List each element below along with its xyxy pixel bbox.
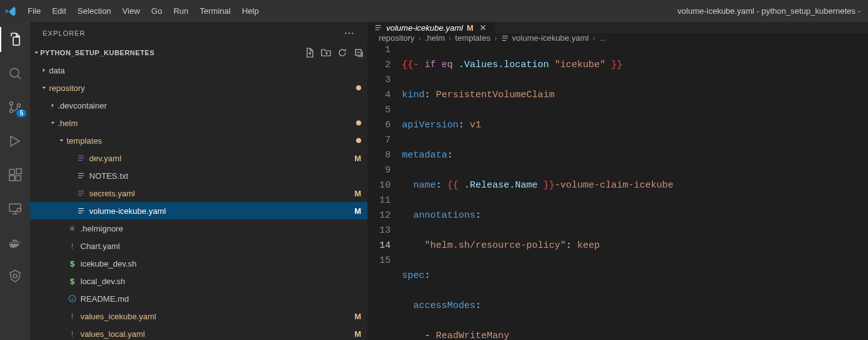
- svg-point-3: [18, 104, 21, 107]
- ignore-file-icon: [67, 224, 78, 233]
- svg-point-9: [17, 208, 21, 212]
- yaml-file-icon: [75, 189, 87, 198]
- chevron-down-icon: [39, 84, 49, 92]
- tree-file-chart-yaml[interactable]: ! Chart.yaml: [30, 237, 367, 255]
- tree-label: NOTES.txt: [89, 171, 361, 181]
- menu-run[interactable]: Run: [168, 4, 193, 18]
- tree-label: README.md: [80, 294, 361, 304]
- more-icon[interactable]: ⋯: [344, 27, 355, 39]
- tree-label: values_icekube.yaml: [80, 312, 350, 321]
- tree-label: Chart.yaml: [80, 242, 361, 251]
- tree-label: local_dev.sh: [80, 277, 361, 286]
- git-status: M: [354, 154, 361, 163]
- chevron-down-icon: [33, 49, 40, 56]
- menu-view[interactable]: View: [117, 4, 145, 18]
- tab-status: M: [467, 23, 474, 33]
- explorer-icon[interactable]: [0, 27, 30, 52]
- run-debug-icon[interactable]: [0, 129, 30, 154]
- modified-dot-icon: [356, 120, 361, 125]
- breadcrumbs[interactable]: repository › .helm › templates › volume-…: [367, 33, 868, 43]
- yaml-file-icon: !: [67, 312, 78, 321]
- breadcrumb-repository[interactable]: repository: [379, 33, 415, 43]
- chevron-down-icon: [57, 137, 67, 144]
- chevron-right-icon: ›: [418, 33, 421, 43]
- search-icon[interactable]: [0, 61, 30, 86]
- tree-label: volume-icekube.yaml: [89, 206, 350, 216]
- code-content[interactable]: {{- if eq .Values.location "icekube" }} …: [402, 43, 868, 340]
- menu-terminal[interactable]: Terminal: [195, 4, 236, 18]
- tree-label: icekube_dev.sh: [80, 259, 361, 268]
- remote-explorer-icon[interactable]: [0, 196, 30, 221]
- chevron-right-icon: ›: [494, 33, 497, 43]
- info-file-icon: [67, 294, 78, 303]
- shell-file-icon: $: [67, 277, 78, 286]
- tree-label: values_local.yaml: [80, 329, 350, 339]
- tab-label: volume-icekube.yaml: [386, 23, 463, 33]
- docker-icon[interactable]: [0, 230, 30, 255]
- chevron-right-icon: ›: [592, 33, 595, 43]
- tree-file-secrets-yaml[interactable]: secrets.yaml M: [30, 184, 367, 202]
- collapse-all-icon[interactable]: [354, 48, 364, 58]
- explorer-title: EXPLORER: [43, 29, 85, 37]
- tree-folder-repository[interactable]: repository: [30, 79, 367, 97]
- tree-label: templates: [67, 136, 352, 146]
- code-editor[interactable]: 1 2 3 4 5 6 7 8 9 10 11 12 13 14 15 {{- …: [367, 43, 868, 340]
- tree-folder-templates[interactable]: templates: [30, 132, 367, 149]
- new-file-icon[interactable]: [305, 48, 315, 58]
- svg-point-10: [13, 274, 17, 278]
- modified-dot-icon: [356, 85, 361, 90]
- tree-label: secrets.yaml: [89, 189, 350, 198]
- breadcrumb-helm[interactable]: .helm: [425, 33, 445, 43]
- text-file-icon: [75, 171, 87, 180]
- editor-area: volume-icekube.yaml M repository › .helm…: [367, 22, 868, 340]
- title-bar: File Edit Selection View Go Run Terminal…: [0, 0, 868, 22]
- new-folder-icon[interactable]: [321, 48, 331, 58]
- refresh-icon[interactable]: [337, 48, 347, 58]
- svg-rect-6: [16, 176, 21, 181]
- git-status: M: [354, 312, 361, 321]
- menu-help[interactable]: Help: [237, 4, 264, 18]
- menu-bar: File Edit Selection View Go Run Terminal…: [23, 4, 264, 18]
- chevron-down-icon: [48, 119, 58, 127]
- modified-dot-icon: [356, 138, 361, 143]
- menu-selection[interactable]: Selection: [72, 4, 116, 18]
- file-tree: data repository .devcontainer .helm temp…: [30, 61, 367, 340]
- breadcrumb-more[interactable]: ...: [599, 33, 606, 43]
- svg-point-0: [10, 68, 19, 77]
- tree-file-values-local-yaml[interactable]: ! values_local.yaml M: [30, 325, 367, 340]
- menu-file[interactable]: File: [23, 4, 46, 18]
- menu-edit[interactable]: Edit: [47, 4, 71, 18]
- tree-label: data: [49, 66, 361, 75]
- menu-go[interactable]: Go: [146, 4, 167, 18]
- tab-volume-icekube[interactable]: volume-icekube.yaml M: [367, 22, 496, 33]
- kubernetes-icon[interactable]: [0, 264, 30, 289]
- tree-file-notes-txt[interactable]: NOTES.txt: [30, 167, 367, 184]
- tree-folder-devcontainer[interactable]: .devcontainer: [30, 97, 367, 114]
- breadcrumb-templates[interactable]: templates: [455, 33, 491, 43]
- tree-file-values-icekube-yaml[interactable]: ! values_icekube.yaml M: [30, 307, 367, 325]
- sidebar-header: EXPLORER ⋯: [30, 22, 367, 44]
- close-icon[interactable]: [477, 22, 489, 33]
- scm-badge: 5: [16, 109, 26, 117]
- section-header[interactable]: PYTHON_SETUP_KUBERNETES: [30, 44, 367, 61]
- svg-rect-7: [16, 169, 21, 174]
- tree-file-readme-md[interactable]: README.md: [30, 290, 367, 307]
- extensions-icon[interactable]: [0, 162, 30, 188]
- section-actions: [305, 48, 364, 58]
- tree-label: dev.yaml: [89, 154, 350, 163]
- yaml-file-icon: [75, 154, 87, 162]
- tree-file-icekube-dev-sh[interactable]: $ icekube_dev.sh: [30, 255, 367, 272]
- tree-folder-helm[interactable]: .helm: [30, 114, 367, 132]
- tree-file-local-dev-sh[interactable]: $ local_dev.sh: [30, 272, 367, 290]
- git-status: M: [354, 329, 361, 339]
- tree-file-helmignore[interactable]: .helmignore: [30, 220, 367, 237]
- source-control-icon[interactable]: 5: [0, 95, 30, 120]
- tree-file-volume-icekube-yaml[interactable]: volume-icekube.yaml M: [30, 202, 367, 220]
- tree-file-dev-yaml[interactable]: dev.yaml M: [30, 149, 367, 167]
- line-numbers: 1 2 3 4 5 6 7 8 9 10 11 12 13 14 15: [367, 43, 402, 340]
- tree-folder-data[interactable]: data: [30, 61, 367, 79]
- svg-rect-4: [9, 169, 14, 174]
- yaml-file-icon: [374, 23, 382, 32]
- chevron-right-icon: [39, 66, 49, 74]
- breadcrumb-file[interactable]: volume-icekube.yaml: [501, 33, 589, 43]
